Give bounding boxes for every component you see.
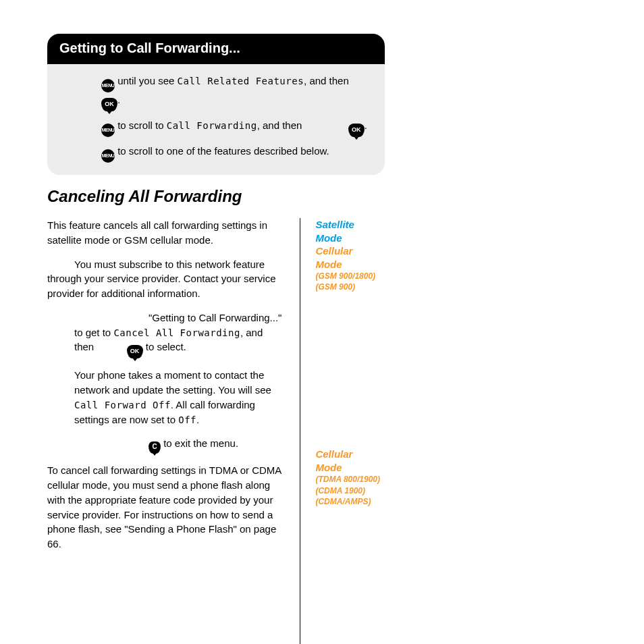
menu-icon: MENU [101,149,115,163]
c-icon: C [149,441,161,454]
text: You must subscribe to this network featu… [47,259,276,300]
paragraph: This feature cancels all call forwarding… [47,218,285,248]
text: to scroll to [115,119,167,131]
ok-icon: OK [348,124,365,137]
ok-icon: OK [127,345,143,358]
getting-to-box: Getting to Call Forwarding... MENU until… [47,34,385,175]
step-1: MENU until you see Call Related Features… [101,74,371,111]
side-column: Satellite Mode Cellular Mode (GSM 900/18… [300,218,381,644]
cellular-mode-label: Cellular Mode [315,448,381,474]
step-2: MENU to scroll to Call Forwarding, and t… [101,118,371,137]
box-body: MENU until you see Call Related Features… [47,64,385,175]
step-3: MENU to scroll to one of the features de… [101,144,371,163]
text: . [196,414,199,425]
paragraph: You must subscribe to this network featu… [47,257,285,301]
ok-icon: OK [101,98,117,111]
display-text: Call Forward Off [74,400,171,410]
text: to select. [143,341,186,352]
text: to exit the menu. [161,437,238,449]
menu-icon: MENU [101,124,115,137]
paragraph: To cancel call forwarding settings in TD… [47,463,285,552]
text: Your phone takes a moment to contact the… [74,369,271,396]
network-sublabel: (CDMA 1900) [315,485,381,496]
network-sublabel: (GSM 900) [315,281,381,292]
section-heading: Canceling All Forwarding [47,187,381,206]
paragraph: C to exit the menu. [74,436,285,454]
box-title: Getting to Call Forwarding... [47,34,385,64]
display-text: Call Forwarding [167,120,257,131]
satellite-mode-label: Satellite Mode [315,218,381,244]
mode-block-1: Satellite Mode Cellular Mode (GSM 900/18… [315,218,381,292]
text: to scroll to one of the features describ… [115,145,329,157]
network-sublabel: (TDMA 800/1900) [315,474,381,485]
text: . [365,119,367,131]
text: . [117,94,120,105]
text: , and then [304,75,349,86]
display-text: Call Related Features [178,76,304,86]
network-sublabel: (GSM 900/1800) [315,271,381,281]
page: Getting to Call Forwarding... MENU until… [0,0,644,644]
paragraph: Your phone takes a moment to contact the… [74,368,285,427]
paragraph: "Getting to Call Forwarding..." to get t… [74,311,285,359]
two-columns: This feature cancels all call forwarding… [47,218,381,644]
display-text: Off [178,414,196,425]
cellular-mode-label: Cellular Mode [315,244,381,271]
text: until you see [115,75,178,86]
mode-block-2: Cellular Mode (TDMA 800/1900) (CDMA 1900… [315,448,381,507]
main-column: This feature cancels all call forwarding… [47,218,300,644]
display-text: Cancel All Forwarding [113,327,240,338]
text: , and then [257,119,305,131]
network-sublabel: (CDMA/AMPS) [315,496,381,507]
menu-icon: MENU [101,79,115,92]
